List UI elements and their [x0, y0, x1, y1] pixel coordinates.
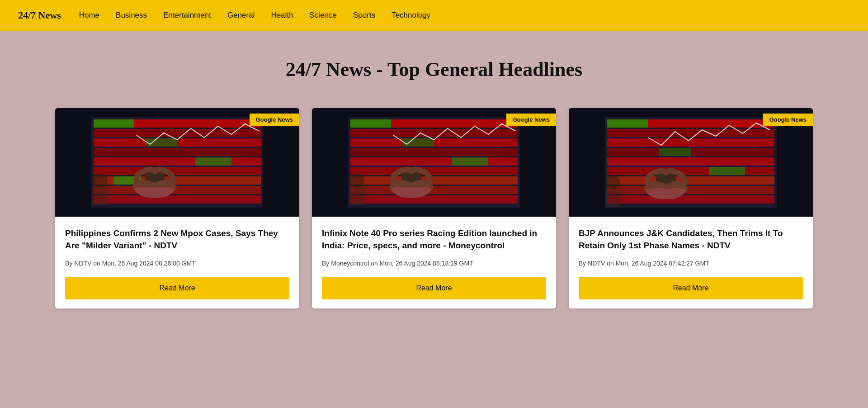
- svg-rect-46: [607, 119, 648, 128]
- svg-rect-17: [92, 187, 108, 205]
- nav-item-entertainment[interactable]: Entertainment: [163, 11, 211, 20]
- source-badge-1: Google News: [250, 114, 299, 126]
- nav-link-technology[interactable]: Technology: [392, 11, 430, 19]
- svg-rect-5: [94, 148, 261, 156]
- svg-rect-47: [659, 148, 691, 156]
- nav-item-home[interactable]: Home: [79, 11, 99, 20]
- svg-rect-24: [350, 157, 518, 166]
- svg-rect-12: [146, 138, 177, 147]
- card-meta-1: By NDTV on Mon, 26 Aug 2024 08:26:00 GMT: [65, 260, 289, 267]
- nav-item-sports[interactable]: Sports: [353, 11, 375, 20]
- news-card-3: Google News BJP Announces J&K Candidates…: [569, 108, 813, 308]
- svg-rect-10: [94, 195, 261, 204]
- svg-rect-27: [350, 186, 518, 194]
- read-more-button-1[interactable]: Read More: [65, 277, 289, 299]
- nav-link-science[interactable]: Science: [310, 11, 337, 19]
- main-content: 24/7 News - Top General Headlines: [0, 31, 868, 345]
- svg-point-16: [93, 173, 108, 188]
- card-title-3: BJP Announces J&K Candidates, Then Trims…: [579, 228, 803, 251]
- nav-link-sports[interactable]: Sports: [353, 11, 375, 19]
- nav-item-science[interactable]: Science: [310, 11, 337, 20]
- svg-rect-39: [607, 138, 774, 147]
- svg-rect-7: [94, 167, 261, 175]
- svg-rect-38: [607, 129, 774, 137]
- svg-point-50: [606, 175, 620, 189]
- card-image-wrapper-2: Google News: [312, 108, 556, 217]
- svg-rect-42: [607, 167, 774, 175]
- svg-rect-3: [94, 129, 261, 137]
- svg-rect-21: [350, 129, 518, 137]
- read-more-button-2[interactable]: Read More: [322, 277, 546, 299]
- svg-rect-45: [607, 195, 774, 204]
- svg-rect-41: [607, 157, 774, 166]
- cards-grid: Google News Philippines Confirms 2 New M…: [50, 108, 818, 308]
- nav-links: Home Business Entertainment General Heal…: [79, 11, 430, 20]
- svg-rect-23: [350, 148, 518, 156]
- source-badge-3: Google News: [763, 114, 813, 126]
- svg-rect-31: [452, 157, 488, 166]
- card-title-2: Infinix Note 40 Pro series Racing Editio…: [322, 228, 546, 251]
- svg-rect-6: [94, 157, 261, 166]
- svg-rect-30: [402, 138, 434, 147]
- nav-item-health[interactable]: Health: [271, 11, 293, 20]
- nav-item-business[interactable]: Business: [116, 11, 147, 20]
- card-meta-2: By Moneycontrol on Mon, 26 Aug 2024 08:1…: [322, 260, 546, 267]
- card-meta-3: By NDTV on Mon, 26 Aug 2024 07:42:27 GMT: [579, 260, 803, 267]
- nav-item-general[interactable]: General: [227, 11, 255, 20]
- svg-rect-44: [607, 186, 774, 194]
- svg-rect-34: [349, 187, 365, 205]
- nav-link-general[interactable]: General: [227, 11, 255, 19]
- svg-rect-51: [605, 189, 621, 207]
- svg-rect-9: [94, 186, 261, 194]
- card-body-2: Infinix Note 40 Pro series Racing Editio…: [312, 217, 556, 308]
- card-title-1: Philippines Confirms 2 New Mpox Cases, S…: [65, 228, 289, 251]
- svg-rect-29: [350, 119, 391, 128]
- card-body-3: BJP Announces J&K Candidates, Then Trims…: [569, 217, 813, 308]
- card-body-1: Philippines Confirms 2 New Mpox Cases, S…: [55, 217, 299, 308]
- svg-rect-11: [94, 119, 134, 128]
- card-image-wrapper-1: Google News: [55, 108, 299, 217]
- read-more-button-3[interactable]: Read More: [579, 277, 803, 299]
- news-card-2: Google News Infinix Note 40 Pro series R…: [312, 108, 556, 308]
- svg-rect-48: [709, 167, 745, 175]
- news-card-1: Google News Philippines Confirms 2 New M…: [55, 108, 299, 308]
- svg-rect-13: [195, 157, 231, 166]
- navbar: 24/7 News Home Business Entertainment Ge…: [0, 0, 868, 31]
- nav-link-health[interactable]: Health: [271, 11, 293, 19]
- nav-link-business[interactable]: Business: [116, 11, 147, 19]
- card-image-wrapper-3: Google News: [569, 108, 813, 217]
- svg-rect-26: [350, 176, 518, 185]
- svg-rect-25: [350, 167, 518, 175]
- page-title: 24/7 News - Top General Headlines: [18, 58, 850, 81]
- nav-link-home[interactable]: Home: [79, 11, 99, 19]
- svg-rect-28: [350, 195, 518, 204]
- source-badge-2: Google News: [506, 114, 556, 126]
- nav-link-entertainment[interactable]: Entertainment: [163, 11, 211, 19]
- svg-rect-43: [607, 176, 774, 185]
- nav-item-technology[interactable]: Technology: [392, 11, 430, 20]
- site-brand[interactable]: 24/7 News: [18, 9, 61, 21]
- svg-point-33: [350, 173, 364, 188]
